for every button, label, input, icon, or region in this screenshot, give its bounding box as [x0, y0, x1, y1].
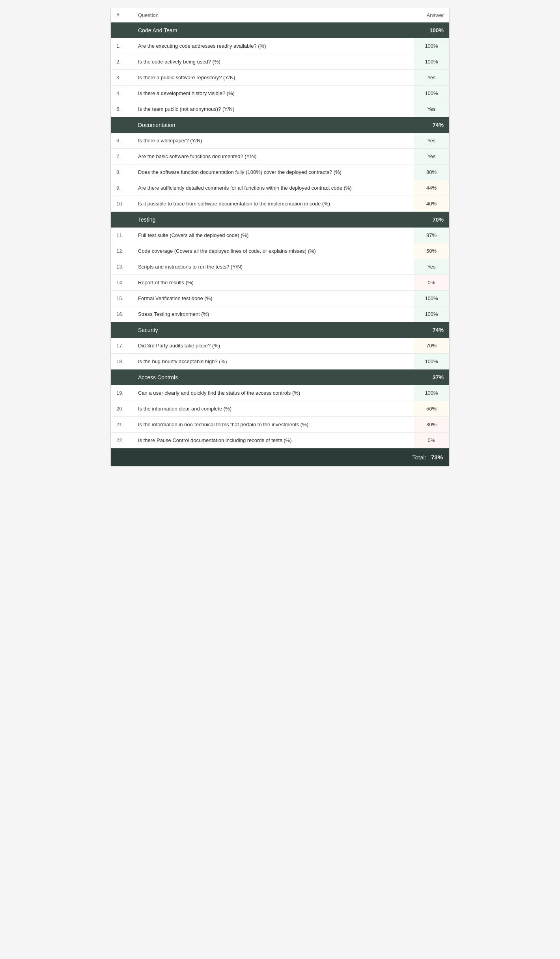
row-question: Stress Testing environment (%): [133, 306, 414, 322]
table-row: 7.Are the basic software functions docum…: [111, 149, 449, 164]
section-name-2: Testing: [133, 212, 414, 228]
section-row-1: Documentation74%: [111, 117, 449, 133]
table-row: 3.Is there a public software repository?…: [111, 70, 449, 86]
row-num: 6.: [111, 133, 133, 149]
row-question: Is the code actively being used? (%): [133, 54, 414, 70]
row-num: 22.: [111, 433, 133, 448]
row-num: 18.: [111, 354, 133, 369]
row-question: Can a user clearly and quickly find the …: [133, 385, 414, 401]
row-num: 5.: [111, 101, 133, 117]
row-answer: Yes: [414, 149, 449, 164]
row-answer: 70%: [414, 338, 449, 354]
table-header: # Question Answer: [111, 8, 449, 22]
total-label: Total:: [412, 454, 426, 461]
row-num: 9.: [111, 180, 133, 196]
section-num-cell: [111, 322, 133, 338]
row-answer: 44%: [414, 180, 449, 196]
row-num: 7.: [111, 149, 133, 164]
row-question: Are the basic software functions documen…: [133, 149, 414, 164]
row-answer: 100%: [414, 354, 449, 369]
table-row: 2.Is the code actively being used? (%)10…: [111, 54, 449, 70]
section-name-0: Code And Team: [133, 22, 414, 39]
row-question: Code coverage (Covers all the deployed l…: [133, 243, 414, 259]
row-question: Is there a public software repository? (…: [133, 70, 414, 86]
total-row: Total: 73%: [111, 448, 449, 466]
table-row: 1.Are the executing code addresses readi…: [111, 38, 449, 54]
section-row-4: Access Controls37%: [111, 369, 449, 386]
row-question: Scripts and instructions to run the test…: [133, 259, 414, 275]
row-num: 19.: [111, 385, 133, 401]
table-row: 6.Is there a whitepaper? (Y/N)Yes: [111, 133, 449, 149]
row-num: 13.: [111, 259, 133, 275]
row-num: 15.: [111, 291, 133, 306]
col-header-num: #: [111, 8, 133, 22]
total-value: 73%: [431, 454, 443, 461]
table-row: 18.Is the bug bounty acceptable high? (%…: [111, 354, 449, 369]
section-row-0: Code And Team100%: [111, 22, 449, 39]
section-score-4: 37%: [414, 369, 449, 386]
row-answer: Yes: [414, 101, 449, 117]
col-header-answer: Answer: [414, 8, 449, 22]
table-row: 10.Is it possible to trace from software…: [111, 196, 449, 212]
row-answer: 30%: [414, 417, 449, 433]
assessment-table: # Question Answer Code And Team100%1.Are…: [111, 8, 449, 466]
table-row: 16.Stress Testing environment (%)100%: [111, 306, 449, 322]
section-row-3: Security74%: [111, 322, 449, 338]
row-question: Is there Pause Control documentation inc…: [133, 433, 414, 448]
row-answer: 87%: [414, 228, 449, 243]
table-body: Code And Team100%1.Are the executing cod…: [111, 22, 449, 448]
section-name-3: Security: [133, 322, 414, 338]
table-row: 9.Are there sufficiently detailed commen…: [111, 180, 449, 196]
row-num: 17.: [111, 338, 133, 354]
row-answer: 100%: [414, 38, 449, 54]
row-answer: 100%: [414, 54, 449, 70]
col-header-question: Question: [133, 8, 414, 22]
table-row: 5.Is the team public (not anonymous)? (Y…: [111, 101, 449, 117]
row-num: 8.: [111, 164, 133, 180]
row-num: 20.: [111, 401, 133, 417]
section-score-2: 70%: [414, 212, 449, 228]
row-num: 1.: [111, 38, 133, 54]
table-row: 4.Is there a development history visible…: [111, 86, 449, 101]
section-score-1: 74%: [414, 117, 449, 133]
row-answer: 50%: [414, 243, 449, 259]
row-answer: 100%: [414, 306, 449, 322]
table-row: 8.Does the software function documentati…: [111, 164, 449, 180]
table-row: 12.Code coverage (Covers all the deploye…: [111, 243, 449, 259]
section-row-2: Testing70%: [111, 212, 449, 228]
row-answer: 100%: [414, 291, 449, 306]
row-answer: Yes: [414, 70, 449, 86]
row-num: 14.: [111, 275, 133, 291]
row-answer: 40%: [414, 196, 449, 212]
row-answer: 0%: [414, 433, 449, 448]
row-answer: 0%: [414, 275, 449, 291]
table-row: 21.Is the information in non-technical t…: [111, 417, 449, 433]
row-num: 10.: [111, 196, 133, 212]
section-num-cell: [111, 369, 133, 386]
row-answer: 100%: [414, 385, 449, 401]
row-question: Report of the results (%): [133, 275, 414, 291]
main-table-container: # Question Answer Code And Team100%1.Are…: [110, 8, 450, 466]
section-num-cell: [111, 22, 133, 39]
table-row: 11.Full test suite (Covers all the deplo…: [111, 228, 449, 243]
row-question: Formal Verification test done (%): [133, 291, 414, 306]
row-question: Full test suite (Covers all the deployed…: [133, 228, 414, 243]
row-answer: Yes: [414, 133, 449, 149]
table-row: 13.Scripts and instructions to run the t…: [111, 259, 449, 275]
row-question: Is there a whitepaper? (Y/N): [133, 133, 414, 149]
section-name-4: Access Controls: [133, 369, 414, 386]
section-score-0: 100%: [414, 22, 449, 39]
section-num-cell: [111, 212, 133, 228]
row-question: Are the executing code addresses readily…: [133, 38, 414, 54]
section-name-1: Documentation: [133, 117, 414, 133]
table-row: 22.Is there Pause Control documentation …: [111, 433, 449, 448]
row-question: Is the bug bounty acceptable high? (%): [133, 354, 414, 369]
row-question: Did 3rd Party audits take place? (%): [133, 338, 414, 354]
row-num: 2.: [111, 54, 133, 70]
row-num: 11.: [111, 228, 133, 243]
table-row: 20.Is the information clear and complete…: [111, 401, 449, 417]
row-question: Is the team public (not anonymous)? (Y/N…: [133, 101, 414, 117]
table-row: 17.Did 3rd Party audits take place? (%)7…: [111, 338, 449, 354]
table-row: 19.Can a user clearly and quickly find t…: [111, 385, 449, 401]
row-num: 4.: [111, 86, 133, 101]
